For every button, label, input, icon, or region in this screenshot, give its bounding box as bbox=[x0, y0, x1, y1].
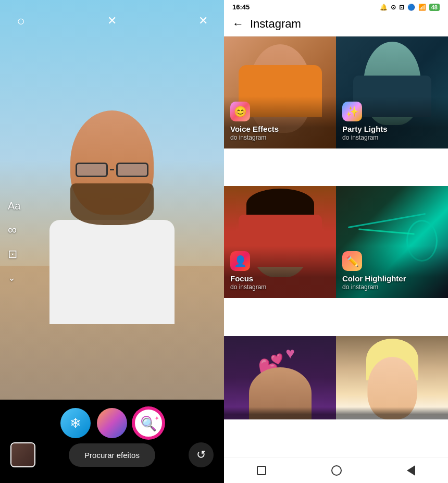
back-button[interactable]: ← bbox=[232, 17, 244, 31]
page-title: Instagram bbox=[250, 17, 301, 31]
close-button[interactable]: ✕ bbox=[193, 10, 214, 31]
status-bar: 16:45 🔔 ⊙ ⊡ 🔵 📶 48 bbox=[224, 0, 448, 13]
signal-icon: 📶 bbox=[418, 4, 426, 11]
focus-overlay: 👤 Focus do instagram bbox=[224, 246, 336, 298]
time-display: 16:45 bbox=[232, 3, 250, 11]
voice-effects-icon-symbol: 😊 bbox=[234, 105, 247, 118]
color-highlighter-overlay: ✏️ Color Highlighter do instagram bbox=[336, 246, 448, 298]
focus-cell[interactable]: 👤 Focus do instagram bbox=[224, 186, 336, 298]
hearts-cell[interactable]: 💕 ♥ bbox=[224, 336, 336, 419]
settings-button[interactable]: ○ bbox=[10, 10, 31, 31]
blonde-overlay bbox=[336, 407, 448, 419]
alarm-icon: 🔔 bbox=[380, 4, 388, 11]
color-highlighter-icon: ✏️ bbox=[342, 251, 362, 271]
clock-icon: ⊙ bbox=[391, 4, 396, 11]
color-highlighter-name: Color Highlighter bbox=[342, 274, 442, 283]
search-effect-button[interactable]: 🔍✦ bbox=[133, 408, 164, 438]
party-lights-overlay: ✨ Party Lights do instagram bbox=[336, 96, 448, 148]
home-button[interactable] bbox=[331, 465, 342, 476]
infinite-icon: ∞ bbox=[8, 222, 17, 237]
text-icon: Aa bbox=[8, 200, 20, 212]
camera-panel: ○ ✕ ✕ Aa ∞ ⊡ ⌄ ❄ bbox=[0, 0, 224, 483]
back-arrow-icon: ← bbox=[232, 17, 244, 30]
search-effect-icon: 🔍✦ bbox=[141, 416, 156, 430]
text-tool-button[interactable]: Aa bbox=[8, 200, 20, 212]
focus-name: Focus bbox=[230, 274, 330, 283]
instagram-panel: 16:45 🔔 ⊙ ⊡ 🔵 📶 48 ← Instagram bbox=[224, 0, 448, 483]
android-navigation bbox=[224, 457, 448, 483]
camera-top-bar: ○ ✕ ✕ bbox=[0, 0, 224, 42]
expand-tool-button[interactable]: ⌄ bbox=[8, 271, 20, 283]
flip-camera-button[interactable]: ↺ bbox=[189, 442, 214, 467]
focus-icon-symbol: 👤 bbox=[234, 255, 247, 267]
flash-icon: ✕ bbox=[107, 14, 117, 28]
focus-sub: do instagram bbox=[230, 283, 330, 291]
voice-effects-name: Voice Effects bbox=[230, 125, 330, 134]
party-lights-icon-symbol: ✨ bbox=[346, 105, 359, 118]
camera-bottom-bar: ❄ 🔍✦ Procurar efeitos ↺ bbox=[0, 400, 224, 483]
gallery-thumbnail[interactable] bbox=[10, 442, 35, 467]
flash-button[interactable]: ✕ bbox=[102, 10, 122, 31]
screen-icon: ⊡ bbox=[399, 4, 404, 11]
voice-effects-overlay: 😊 Voice Effects do instagram bbox=[224, 96, 336, 148]
flip-icon: ↺ bbox=[196, 448, 206, 462]
party-lights-cell[interactable]: ✨ Party Lights do instagram bbox=[336, 36, 448, 148]
bluetooth-icon: 🔵 bbox=[407, 4, 415, 11]
party-lights-icon: ✨ bbox=[342, 102, 362, 121]
boomerang-tool-button[interactable]: ∞ bbox=[8, 222, 20, 237]
settings-icon: ○ bbox=[17, 13, 25, 29]
voice-effects-icon: 😊 bbox=[230, 102, 250, 121]
back-nav-button[interactable] bbox=[407, 465, 415, 476]
chevron-down-icon: ⌄ bbox=[8, 273, 16, 283]
snowflake-icon: ❄ bbox=[70, 415, 81, 431]
color-highlighter-sub: do instagram bbox=[342, 283, 442, 291]
blonde-cell[interactable] bbox=[336, 336, 448, 419]
effects-grid: 😊 Voice Effects do instagram ✨ Party Lig… bbox=[224, 36, 448, 457]
color-highlighter-cell[interactable]: ✏️ Color Highlighter do instagram bbox=[336, 186, 448, 298]
gradient-effect-button[interactable] bbox=[97, 408, 127, 438]
status-icons: 🔔 ⊙ ⊡ 🔵 📶 48 bbox=[380, 4, 440, 11]
camera-left-tools: Aa ∞ ⊡ ⌄ bbox=[8, 200, 20, 283]
layout-tool-button[interactable]: ⊡ bbox=[8, 247, 20, 261]
effects-row: ❄ 🔍✦ bbox=[0, 400, 224, 442]
search-effects-button[interactable]: Procurar efeitos bbox=[69, 443, 155, 467]
hearts-overlay bbox=[224, 407, 336, 419]
color-highlighter-icon-symbol: ✏️ bbox=[346, 255, 359, 267]
party-lights-name: Party Lights bbox=[342, 125, 442, 134]
battery-icon: 48 bbox=[429, 4, 440, 11]
snowflake-effect-button[interactable]: ❄ bbox=[60, 408, 91, 438]
voice-effects-sub: do instagram bbox=[230, 134, 330, 141]
close-icon: ✕ bbox=[198, 14, 208, 28]
recent-apps-button[interactable] bbox=[257, 466, 266, 475]
layout-icon: ⊡ bbox=[8, 247, 17, 261]
bottom-actions: Procurar efeitos ↺ bbox=[0, 442, 224, 476]
party-lights-sub: do instagram bbox=[342, 134, 442, 141]
voice-effects-cell[interactable]: 😊 Voice Effects do instagram bbox=[224, 36, 336, 148]
focus-icon: 👤 bbox=[230, 251, 250, 271]
instagram-header: ← Instagram bbox=[224, 13, 448, 36]
